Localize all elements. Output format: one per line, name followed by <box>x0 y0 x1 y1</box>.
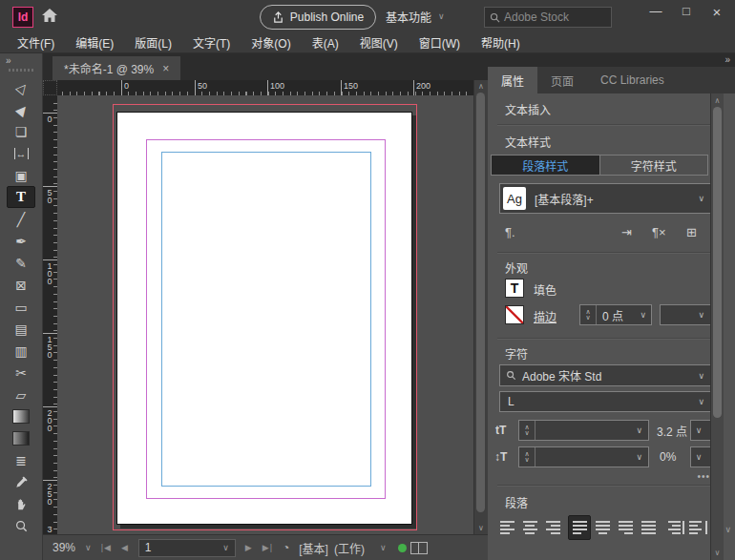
font-size-control[interactable]: ∧∨ ∨ <box>518 420 649 441</box>
preflight-icon[interactable]: ◔ <box>283 541 289 554</box>
free-transform-tool[interactable]: ▱ <box>7 384 35 405</box>
stroke-type-dropdown[interactable]: ∨ <box>660 304 711 325</box>
zoom-level[interactable]: 39% <box>52 541 75 554</box>
menu-edit[interactable]: 编辑(E) <box>66 32 123 52</box>
first-page-button[interactable]: |◀ <box>101 543 112 552</box>
hand-tool[interactable] <box>7 493 35 515</box>
type-tool[interactable]: T <box>7 186 35 208</box>
paragraph-style-dropdown[interactable]: Ag [基本段落]+ ∨ <box>499 183 711 214</box>
stroke-weight-control[interactable]: ∧∨ 0 点 ∨ <box>579 304 652 325</box>
horizontal-ruler[interactable]: 0 50 100 150 200 <box>57 80 488 95</box>
canvas-vertical-scrollbar[interactable]: ∧ ∨ <box>473 80 488 534</box>
vertical-grid-tool[interactable]: ▥ <box>7 340 35 362</box>
scroll-thumb[interactable] <box>476 93 485 512</box>
gradient-feather-tool[interactable] <box>7 427 35 449</box>
align-toward-spine-button[interactable] <box>663 515 686 540</box>
menu-type[interactable]: 文字(T) <box>183 32 240 52</box>
create-style-icon[interactable]: ⊞ <box>686 225 697 239</box>
rectangle-frame-tool[interactable]: ⊠ <box>7 274 35 296</box>
page[interactable] <box>116 112 412 525</box>
last-page-button[interactable]: ▶| <box>262 543 273 552</box>
previous-page-button[interactable]: ◀ <box>121 543 129 552</box>
fill-label[interactable]: 填色 <box>534 281 556 298</box>
pen-tool[interactable]: ✒ <box>7 230 35 252</box>
scroll-up-icon[interactable]: ∧ <box>474 82 488 91</box>
menu-view[interactable]: 视图(V) <box>350 32 408 52</box>
next-page-button[interactable]: ▶ <box>245 543 253 552</box>
scroll-up-icon[interactable]: ∧ <box>711 96 724 105</box>
stroke-label[interactable]: 描边 <box>534 308 556 324</box>
paragraph-styles-tab[interactable]: 段落样式 <box>492 156 599 175</box>
page-tool[interactable]: ❏ <box>7 120 35 142</box>
align-away-from-spine-button[interactable] <box>686 515 709 540</box>
font-style-dropdown[interactable]: L ∨ <box>499 391 711 412</box>
gradient-swatch-tool[interactable] <box>7 405 35 427</box>
tab-properties[interactable]: 属性 <box>488 67 537 93</box>
document-tab[interactable]: *未命名-1 @ 39% × <box>52 56 180 80</box>
content-collector-tool[interactable]: ▣ <box>7 164 35 186</box>
paragraph-mark-menu-icon[interactable]: ¶. <box>505 225 515 239</box>
toolbar-grip[interactable] <box>9 69 33 72</box>
leading-control[interactable]: ∧∨ ∨ <box>518 446 649 467</box>
justify-last-right-button[interactable] <box>614 515 637 540</box>
fill-color-swatch[interactable]: T <box>505 279 524 298</box>
gap-tool[interactable]: ↔ <box>7 142 35 164</box>
spread-view-icon[interactable] <box>410 542 428 554</box>
pencil-tool[interactable]: ✎ <box>7 252 35 274</box>
tab-cc-libraries[interactable]: CC Libraries <box>587 67 678 93</box>
panel-expand-icon[interactable]: » <box>724 54 729 65</box>
zoom-tool[interactable] <box>7 515 35 537</box>
tab-close-icon[interactable]: × <box>162 62 169 75</box>
more-options-icon[interactable]: ••• <box>697 471 710 482</box>
scroll-down-icon[interactable]: ∨ <box>474 524 488 532</box>
paragraph-more-chevron-icon[interactable]: ∨ <box>724 525 731 534</box>
menu-table[interactable]: 表(A) <box>303 32 348 52</box>
ruler-corner[interactable] <box>43 80 57 95</box>
workspace-switcher[interactable]: 基本功能 ∨ <box>386 5 445 28</box>
vertical-ruler[interactable]: 0 50 100 150 200 250 3 <box>43 95 57 534</box>
align-center-button[interactable] <box>518 515 541 540</box>
pasteboard[interactable] <box>57 95 473 534</box>
zoom-chevron-icon[interactable]: ∨ <box>85 543 92 552</box>
character-styles-tab[interactable]: 字符样式 <box>599 156 708 175</box>
menu-layout[interactable]: 版面(L) <box>125 32 181 52</box>
line-tool[interactable]: ╱ <box>7 208 35 230</box>
menu-file[interactable]: 文件(F) <box>8 32 64 52</box>
publish-online-button[interactable]: Publish Online <box>260 5 376 30</box>
page-number-field[interactable]: 1 ∨ <box>138 539 236 557</box>
stepper-icon[interactable]: ∧∨ <box>519 447 536 467</box>
justify-all-button[interactable] <box>637 515 660 540</box>
justify-last-center-button[interactable] <box>591 515 614 540</box>
toolbar-expand-icon[interactable]: » <box>6 55 10 66</box>
stepper-icon[interactable]: ∧∨ <box>519 421 536 440</box>
scissors-tool[interactable]: ✂ <box>7 362 35 384</box>
home-icon[interactable] <box>40 6 59 28</box>
text-frame[interactable] <box>161 152 371 487</box>
scroll-down-icon[interactable]: ∨ <box>711 549 724 557</box>
clear-overrides-icon[interactable]: ¶× <box>652 225 666 239</box>
selection-tool[interactable]: ▷ <box>7 76 35 98</box>
rectangle-tool[interactable]: ▭ <box>7 296 35 318</box>
stroke-color-swatch[interactable] <box>505 305 524 324</box>
preflight-chevron-icon[interactable]: ∨ <box>380 543 387 552</box>
maximize-button[interactable]: □ <box>678 4 695 20</box>
direct-selection-tool[interactable]: ▶ <box>7 98 35 120</box>
menu-object[interactable]: 对象(O) <box>242 32 300 52</box>
horizontal-grid-tool[interactable]: ▤ <box>7 318 35 340</box>
adobe-stock-search-input[interactable]: Adobe Stock <box>484 7 612 28</box>
note-tool[interactable]: ≣ <box>7 449 35 471</box>
minimize-button[interactable]: — <box>647 4 664 20</box>
menu-window[interactable]: 窗口(W) <box>410 32 470 52</box>
scroll-thumb[interactable] <box>713 107 722 418</box>
page-chevron-icon[interactable]: ∨ <box>222 543 229 552</box>
close-button[interactable]: × <box>708 4 725 20</box>
align-left-button[interactable] <box>495 515 518 540</box>
apply-style-icon[interactable]: ⇥ <box>621 225 632 239</box>
align-right-button[interactable] <box>541 515 564 540</box>
eyedropper-tool[interactable] <box>7 471 35 493</box>
stepper-icon[interactable]: ∧∨ <box>580 305 597 324</box>
justify-last-left-button[interactable] <box>568 515 591 540</box>
panel-scrollbar[interactable]: ∧ ∨ <box>710 93 724 560</box>
menu-help[interactable]: 帮助(H) <box>472 32 530 52</box>
font-family-dropdown[interactable]: Adobe 宋体 Std ∨ <box>499 364 711 386</box>
